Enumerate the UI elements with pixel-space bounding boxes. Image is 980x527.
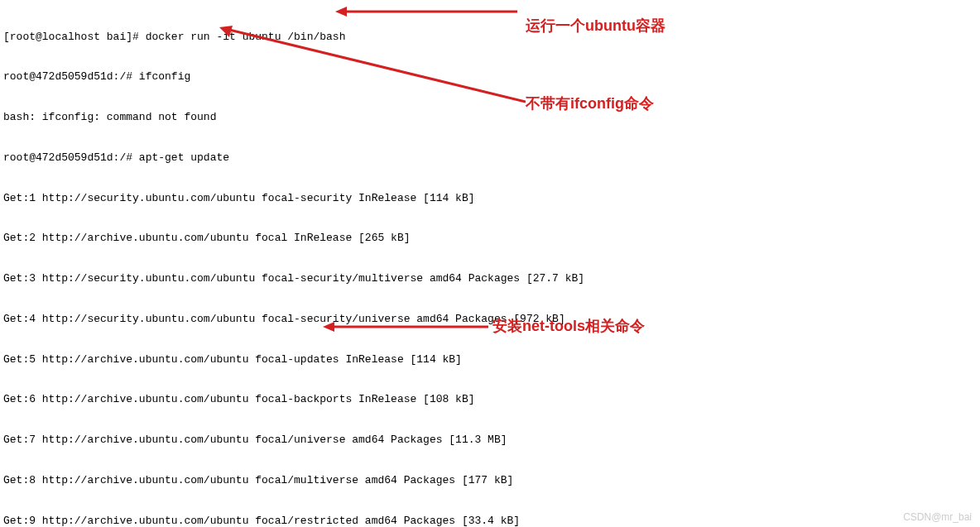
terminal-output[interactable]: [root@localhost bai]# docker run -it ubu…	[3, 3, 977, 527]
annotation-run-ubuntu: 运行一个ubuntu容器	[526, 17, 665, 36]
terminal-line: Get:6 http://archive.ubuntu.com/ubuntu f…	[3, 393, 977, 406]
terminal-line: root@472d5059d51d:/# ifconfig	[3, 70, 977, 84]
terminal-line: Get:8 http://archive.ubuntu.com/ubuntu f…	[3, 474, 977, 487]
terminal-line: Get:9 http://archive.ubuntu.com/ubuntu f…	[3, 515, 977, 528]
terminal-line: Get:1 http://security.ubuntu.com/ubuntu …	[3, 192, 977, 205]
terminal-line: Get:5 http://archive.ubuntu.com/ubuntu f…	[3, 353, 977, 367]
terminal-line: Get:4 http://security.ubuntu.com/ubuntu …	[3, 313, 977, 326]
terminal-line: Get:2 http://archive.ubuntu.com/ubuntu f…	[3, 232, 977, 245]
annotation-install-nettools: 安装net-tools相关命令	[492, 317, 645, 336]
terminal-line: [root@localhost bai]# docker run -it ubu…	[3, 31, 977, 44]
annotation-no-ifconfig: 不带有ifconfig命令	[526, 94, 654, 113]
watermark-text: CSDN@mr_bai	[903, 511, 972, 524]
terminal-line: Get:3 http://security.ubuntu.com/ubuntu …	[3, 272, 977, 285]
terminal-line: bash: ifconfig: command not found	[3, 111, 977, 124]
terminal-line: root@472d5059d51d:/# apt-get update	[3, 151, 977, 165]
terminal-line: Get:7 http://archive.ubuntu.com/ubuntu f…	[3, 434, 977, 447]
